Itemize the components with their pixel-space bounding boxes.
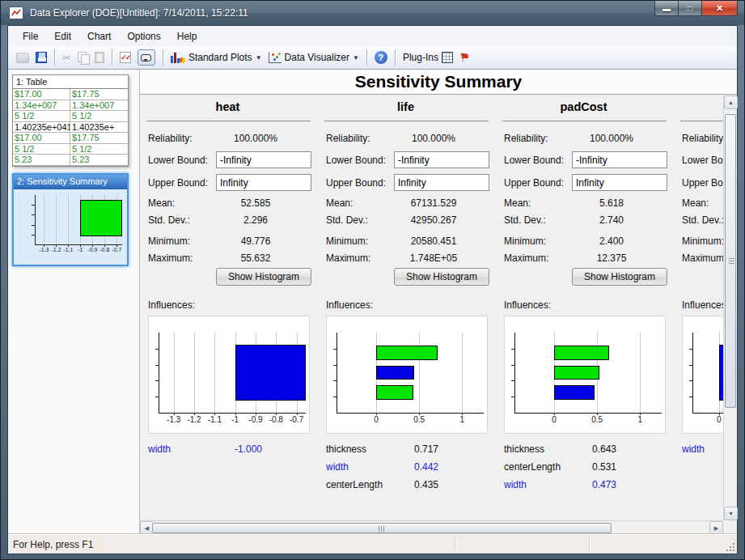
vertical-scrollbar[interactable]: ▲ ▼ <box>723 95 737 520</box>
minimize-button[interactable]: ▬ <box>654 1 678 16</box>
table-cell: $17.00 <box>13 89 70 100</box>
mean-label: Mean: <box>326 197 353 209</box>
influence-legend-row[interactable]: centerLength0.435 <box>326 479 488 497</box>
influence-bar <box>376 385 413 400</box>
influence-variable[interactable]: width <box>326 461 349 473</box>
influence-legend-row[interactable]: width <box>682 443 723 461</box>
influence-variable[interactable]: width <box>148 443 171 455</box>
influence-legend-row[interactable]: width0.473 <box>504 479 666 497</box>
window-body: File Edit Chart Options Help ✂ ✓✓ Standa… <box>7 25 738 554</box>
variable-column: life Reliability: 100.000% Lower Bound: … <box>323 95 489 520</box>
influence-legend-row[interactable]: centerLength0.531 <box>504 461 666 479</box>
std-dev-label: Std. Dev.: <box>504 214 546 226</box>
plugin-grid-button[interactable] <box>438 50 456 65</box>
app-window: Data Explorer (DOE)[Untitled]: 7/14/2011… <box>0 0 745 560</box>
scrollbar-corner <box>723 520 737 534</box>
show-histogram-button[interactable]: Show Histogram <box>216 268 311 286</box>
menu-help[interactable]: Help <box>169 28 205 45</box>
paste-button[interactable] <box>91 50 108 65</box>
columns-container: heat Reliability: 100.000% Lower Bound: … <box>140 95 723 520</box>
minimum-label: Minimum: <box>682 235 723 247</box>
maximize-button[interactable]: □ <box>678 1 701 16</box>
save-button[interactable] <box>32 50 50 65</box>
menu-file[interactable]: File <box>15 28 46 45</box>
column-divider <box>680 121 723 121</box>
x-tick-label: -0.7 <box>104 247 129 252</box>
y-tick <box>32 214 35 215</box>
x-tick-label: 0.5 <box>585 415 609 424</box>
maximum-label: Maximum: <box>682 252 723 264</box>
close-button[interactable]: ✕ <box>701 1 738 16</box>
influences-label: Influences: <box>148 299 195 311</box>
horizontal-scroll-thumb[interactable] <box>152 523 612 533</box>
influence-variable[interactable]: thickness <box>326 443 366 455</box>
show-histogram-button[interactable]: Show Histogram <box>394 268 489 286</box>
influence-variable[interactable]: centerLength <box>326 479 383 490</box>
influences-label: Influences: <box>326 299 373 311</box>
scroll-down-arrow[interactable]: ▼ <box>724 507 738 520</box>
copy-button[interactable] <box>74 50 91 65</box>
resize-grip[interactable] <box>726 542 735 552</box>
minimum-value: 49.776 <box>211 235 300 247</box>
reliability-value: 100.000% <box>389 133 478 144</box>
help-button[interactable]: ? <box>371 49 391 66</box>
open-button[interactable] <box>13 51 32 65</box>
upper-bound-input[interactable] <box>572 174 667 191</box>
plugin-flag-button[interactable]: ⚑ <box>456 49 473 66</box>
table-row: 5 1/25 1/2 <box>13 144 128 155</box>
upper-bound-input[interactable] <box>216 174 311 191</box>
data-visualizer-button[interactable]: Data Visualizer ▼ <box>265 50 362 65</box>
scatter-plot-icon <box>269 52 281 63</box>
influence-legend-row[interactable]: width-1.000 <box>148 443 310 461</box>
influence-variable[interactable]: thickness <box>504 443 544 455</box>
std-dev-label: Std. Dev.: <box>148 214 190 226</box>
cut-button[interactable]: ✂ <box>59 50 74 66</box>
scroll-up-arrow[interactable]: ▲ <box>724 95 738 109</box>
thumbnail-table[interactable]: 1: Table $17.00$17.751.34e+0071.34e+0075… <box>12 74 129 167</box>
y-tick <box>32 225 35 226</box>
influence-legend-row[interactable]: thickness0.717 <box>326 443 488 461</box>
standard-plots-button[interactable]: Standard Plots ▼ <box>167 50 265 65</box>
mean-label: Mean: <box>682 197 709 209</box>
menu-edit[interactable]: Edit <box>46 28 79 45</box>
y-tick <box>689 365 692 366</box>
std-dev-value: 42950.267 <box>389 214 478 226</box>
upper-bound-label: Upper Bound: <box>326 177 386 189</box>
table-cell: 5 1/2 <box>13 144 70 155</box>
chevron-down-icon: ▼ <box>256 54 262 62</box>
annotation-button[interactable] <box>134 48 159 67</box>
influence-plot: 00.51 <box>692 333 723 414</box>
influence-legend-row[interactable]: width0.442 <box>326 461 488 479</box>
std-dev-value: 2.296 <box>211 214 300 226</box>
influence-variable[interactable]: width <box>682 443 705 455</box>
influence-bar <box>376 346 438 360</box>
scroll-right-arrow[interactable]: ▶ <box>709 521 723 535</box>
table-cell: 5 1/2 <box>70 144 128 155</box>
table-cell: 5.23 <box>70 155 128 165</box>
flag-icon: ⚑ <box>458 49 472 66</box>
x-tick-label: 0.5 <box>407 415 431 424</box>
influence-variable[interactable]: width <box>504 479 527 490</box>
upper-bound-input[interactable] <box>394 174 489 191</box>
show-histogram-button[interactable]: Show Histogram <box>572 268 667 286</box>
toolbar-separator <box>366 49 367 66</box>
vertical-scroll-thumb[interactable] <box>725 114 736 408</box>
horizontal-scrollbar[interactable]: ◀ ▶ <box>140 520 723 534</box>
menu-chart[interactable]: Chart <box>79 28 119 45</box>
table-cell: 5 1/2 <box>13 111 70 121</box>
checklist-button[interactable]: ✓✓ <box>116 50 134 65</box>
lower-bound-input[interactable] <box>394 151 489 168</box>
menu-options[interactable]: Options <box>119 28 168 45</box>
y-tick <box>32 235 35 235</box>
influence-variable[interactable]: centerLength <box>504 461 561 473</box>
gridline <box>462 333 463 413</box>
influence-chart: 00.51 <box>326 316 488 434</box>
main-title-band: Sensitivity Summary <box>140 70 737 95</box>
lower-bound-input[interactable] <box>572 151 667 168</box>
plugins-label: Plug-Ins <box>403 52 438 63</box>
influence-chart: -1.3-1.2-1.1-1-0.9-0.8-0.7 <box>148 316 310 434</box>
thumbnail-sensitivity-summary[interactable]: 2: Sensitivity Summary -1.3-1.2-1.1-1-0.… <box>12 173 129 266</box>
minimum-label: Minimum: <box>504 235 546 247</box>
lower-bound-input[interactable] <box>216 151 311 168</box>
influence-legend-row[interactable]: thickness0.643 <box>504 443 666 461</box>
